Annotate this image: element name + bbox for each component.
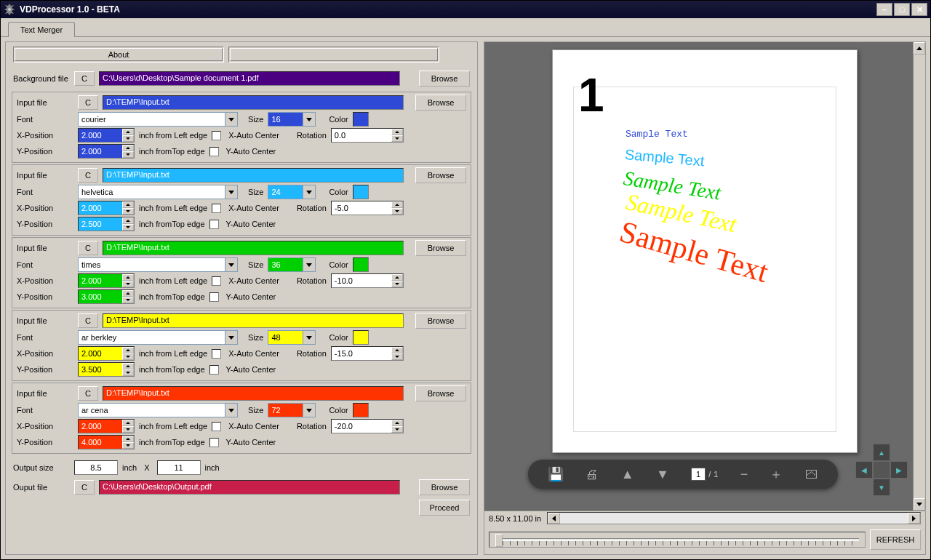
layer-1-size-select[interactable]: 16 bbox=[268, 112, 316, 127]
nav-down-button[interactable]: ▼ bbox=[873, 479, 890, 496]
layer-2-clear-button[interactable]: C bbox=[78, 168, 98, 183]
page-input[interactable]: 1 bbox=[691, 468, 706, 481]
dropdown-arrow-icon[interactable] bbox=[303, 113, 315, 126]
zoom-in-icon[interactable]: ＋ bbox=[770, 465, 783, 483]
dropdown-arrow-icon[interactable] bbox=[225, 404, 237, 417]
layer-2-rotation-spinner[interactable]: -5.0 bbox=[331, 201, 404, 215]
layer-4-xpos-spinner[interactable]: 2.000 bbox=[78, 346, 135, 361]
layer-5-rotation-spinner[interactable]: -20.0 bbox=[331, 419, 404, 433]
layer-2-ypos-spinner[interactable]: 2.500 bbox=[78, 217, 135, 231]
dropdown-arrow-icon[interactable] bbox=[225, 185, 237, 199]
layer-2-yauto-checkbox[interactable] bbox=[209, 220, 219, 229]
minimize-button[interactable]: – bbox=[876, 3, 892, 16]
layer-5-font-select[interactable]: ar cena bbox=[78, 403, 238, 417]
acrobat-icon[interactable]: ⮹ bbox=[805, 467, 818, 482]
layer-2-browse-button[interactable]: Browse bbox=[415, 167, 466, 183]
nav-right-button[interactable]: ▶ bbox=[890, 461, 908, 479]
layer-2-color-swatch[interactable] bbox=[353, 185, 369, 199]
layer-3-xauto-checkbox[interactable] bbox=[212, 276, 221, 286]
nav-center-button[interactable] bbox=[873, 461, 890, 479]
save-icon[interactable]: 💾 bbox=[548, 466, 564, 482]
layer-5-browse-button[interactable]: Browse bbox=[415, 385, 466, 401]
hscroll-right-button[interactable] bbox=[908, 513, 920, 524]
layer-4-size-select[interactable]: 48 bbox=[268, 330, 316, 345]
layer-3-clear-button[interactable]: C bbox=[78, 241, 98, 255]
about-button[interactable]: About bbox=[13, 47, 224, 63]
layer-5-path-field[interactable]: D:\TEMP\Input.txt bbox=[103, 386, 404, 401]
preview-horizontal-scrollbar[interactable] bbox=[547, 512, 921, 524]
scroll-up-button[interactable] bbox=[914, 42, 925, 55]
layer-5-xpos-spinner[interactable]: 2.000 bbox=[78, 419, 135, 433]
layer-3-color-swatch[interactable] bbox=[353, 257, 369, 272]
preview-vertical-scrollbar[interactable] bbox=[913, 42, 925, 511]
bg-path-field[interactable]: C:\Users\d\Desktop\Sample document 1.pdf bbox=[99, 71, 400, 86]
layer-2-size-select[interactable]: 24 bbox=[268, 185, 316, 199]
dropdown-arrow-icon[interactable] bbox=[303, 185, 315, 199]
layer-3-font-select[interactable]: times bbox=[78, 257, 238, 272]
layer-1-xpos-spinner[interactable]: 2.000 bbox=[78, 128, 135, 143]
layer-1-clear-button[interactable]: C bbox=[78, 95, 98, 110]
layer-4-font-select[interactable]: ar berkley bbox=[78, 330, 238, 345]
layer-2-xpos-spinner[interactable]: 2.000 bbox=[78, 201, 135, 215]
scroll-down-button[interactable] bbox=[914, 498, 925, 511]
hscroll-left-button[interactable] bbox=[548, 513, 560, 524]
zoom-out-icon[interactable]: − bbox=[740, 467, 748, 482]
layer-1-color-swatch[interactable] bbox=[353, 112, 369, 127]
layer-1-yauto-checkbox[interactable] bbox=[209, 147, 219, 156]
dropdown-arrow-icon[interactable] bbox=[225, 113, 237, 126]
dropdown-arrow-icon[interactable] bbox=[225, 258, 237, 271]
dropdown-arrow-icon[interactable] bbox=[303, 404, 315, 417]
layer-4-rotation-spinner[interactable]: -15.0 bbox=[331, 346, 404, 361]
layer-3-path-field[interactable]: D:\TEMP\Input.txt bbox=[103, 241, 404, 255]
layer-3-xpos-spinner[interactable]: 2.000 bbox=[78, 273, 135, 288]
refresh-button[interactable]: REFRESH bbox=[870, 529, 921, 550]
page-up-icon[interactable]: ▲ bbox=[621, 467, 634, 482]
layer-1-xauto-checkbox[interactable] bbox=[212, 131, 221, 140]
layer-4-color-swatch[interactable] bbox=[353, 330, 369, 345]
close-button[interactable]: ✕ bbox=[911, 3, 927, 16]
layer-4-browse-button[interactable]: Browse bbox=[415, 313, 466, 329]
page-down-icon[interactable]: ▼ bbox=[656, 467, 669, 482]
layer-1-browse-button[interactable]: Browse bbox=[415, 95, 466, 111]
layer-5-ypos-spinner[interactable]: 4.000 bbox=[78, 435, 135, 449]
layer-1-font-select[interactable]: courier bbox=[78, 112, 238, 127]
layer-2-font-select[interactable]: helvetica bbox=[78, 185, 238, 199]
layer-4-ypos-spinner[interactable]: 3.500 bbox=[78, 362, 135, 377]
layer-4-yauto-checkbox[interactable] bbox=[209, 365, 219, 375]
layer-5-size-select[interactable]: 72 bbox=[268, 403, 316, 417]
output-path-field[interactable]: C:\Users\d\Desktop\Output.pdf bbox=[99, 480, 400, 495]
print-icon[interactable]: 🖨 bbox=[586, 467, 599, 482]
layer-2-path-field[interactable]: D:\TEMP\Input.txt bbox=[103, 168, 404, 183]
layer-4-path-field[interactable]: D:\TEMP\Input.txt bbox=[103, 313, 404, 328]
dropdown-arrow-icon[interactable] bbox=[303, 258, 315, 271]
nav-left-button[interactable]: ◀ bbox=[855, 461, 873, 479]
output-clear-button[interactable]: C bbox=[74, 480, 95, 495]
layer-5-xauto-checkbox[interactable] bbox=[212, 422, 221, 431]
layer-1-ypos-spinner[interactable]: 2.000 bbox=[78, 144, 135, 159]
tab-text-merger[interactable]: Text Merger bbox=[8, 22, 75, 37]
dropdown-arrow-icon[interactable] bbox=[225, 331, 237, 344]
maximize-button[interactable]: □ bbox=[894, 3, 910, 16]
proceed-button[interactable]: Proceed bbox=[419, 500, 470, 516]
nav-up-button[interactable]: ▲ bbox=[873, 444, 890, 461]
layer-5-yauto-checkbox[interactable] bbox=[209, 438, 219, 447]
output-height-input[interactable]: 11 bbox=[157, 460, 201, 475]
layer-4-clear-button[interactable]: C bbox=[78, 313, 98, 328]
output-width-input[interactable]: 8.5 bbox=[74, 460, 118, 475]
layer-4-xauto-checkbox[interactable] bbox=[212, 349, 221, 359]
layer-3-yauto-checkbox[interactable] bbox=[209, 292, 219, 302]
bg-browse-button[interactable]: Browse bbox=[419, 71, 470, 87]
layer-2-xauto-checkbox[interactable] bbox=[212, 204, 221, 213]
layer-5-color-swatch[interactable] bbox=[353, 403, 369, 417]
layer-3-ypos-spinner[interactable]: 3.000 bbox=[78, 289, 135, 304]
layer-3-browse-button[interactable]: Browse bbox=[415, 240, 466, 256]
zoom-slider[interactable] bbox=[489, 532, 866, 548]
output-browse-button[interactable]: Browse bbox=[419, 479, 470, 495]
dropdown-arrow-icon[interactable] bbox=[303, 331, 315, 344]
bg-clear-button[interactable]: C bbox=[74, 71, 95, 86]
layer-3-size-select[interactable]: 36 bbox=[268, 257, 316, 272]
layer-1-rotation-spinner[interactable]: 0.0 bbox=[331, 128, 404, 143]
layer-1-path-field[interactable]: D:\TEMP\Input.txt bbox=[103, 95, 404, 110]
layer-3-rotation-spinner[interactable]: -10.0 bbox=[331, 273, 404, 288]
layer-5-clear-button[interactable]: C bbox=[78, 386, 98, 401]
